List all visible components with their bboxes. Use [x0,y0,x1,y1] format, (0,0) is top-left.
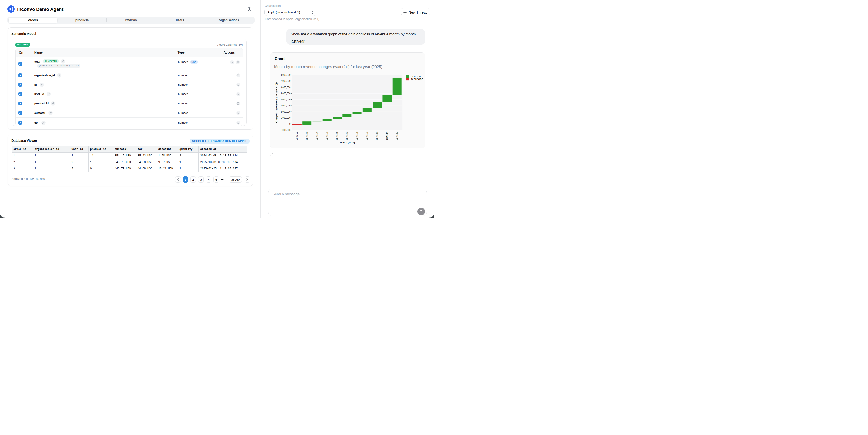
svg-text:6,000,000: 6,000,000 [281,86,291,88]
svg-text:3,000,000: 3,000,000 [281,104,291,107]
svg-text:8,000,000: 8,000,000 [281,74,291,76]
svg-text:2025-07: 2025-07 [346,132,348,140]
svg-text:2025-06: 2025-06 [336,132,338,140]
svg-text:2025-11: 2025-11 [386,132,388,140]
svg-text:1,000,000: 1,000,000 [281,117,291,119]
svg-text:4,000,000: 4,000,000 [281,98,291,101]
svg-text:2,000,000: 2,000,000 [281,111,291,113]
svg-text:2025-10: 2025-10 [376,132,378,140]
svg-text:2025-02: 2025-02 [296,132,298,140]
svg-text:7,000,000: 7,000,000 [281,80,291,82]
svg-text:2025-05: 2025-05 [326,132,328,140]
svg-text:Month (2025): Month (2025) [340,141,355,144]
svg-text:Change in revenue vs prior mon: Change in revenue vs prior month ($) [275,82,278,123]
svg-text:5,000,000: 5,000,000 [281,92,291,94]
svg-text:2025-12: 2025-12 [396,132,398,140]
svg-text:2025-09: 2025-09 [366,132,368,140]
svg-text:0: 0 [289,123,291,125]
svg-text:2025-04: 2025-04 [316,132,318,140]
svg-text:Decrease: Decrease [410,77,423,81]
svg-text:2025-03: 2025-03 [306,132,308,140]
svg-text:2025-08: 2025-08 [356,132,358,140]
svg-text:−1,000,000: −1,000,000 [279,129,291,131]
